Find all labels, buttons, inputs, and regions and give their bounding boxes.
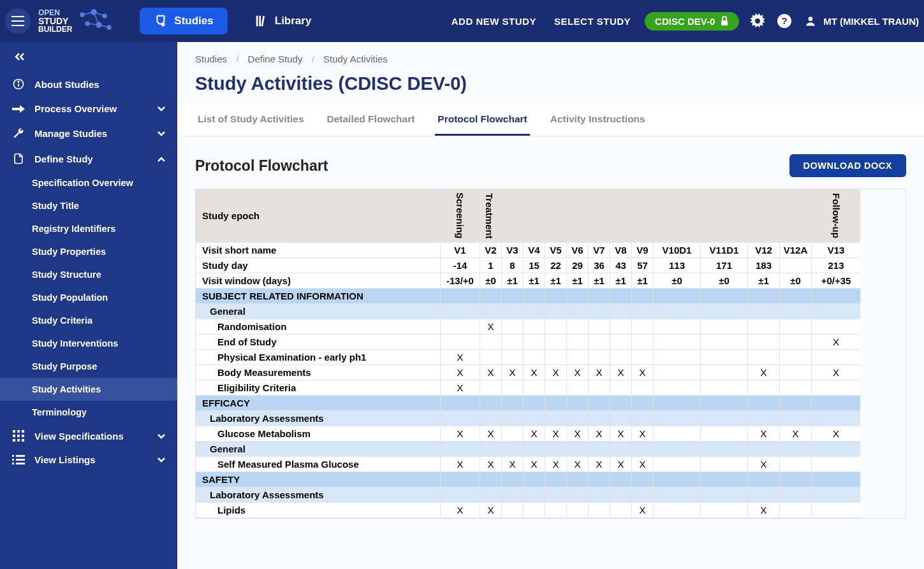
sidebar-item-process[interactable]: Process Overview xyxy=(0,97,177,120)
sidebar-subitem[interactable]: Specification Overview xyxy=(0,171,177,194)
sidebar-subitem[interactable]: Study Purpose xyxy=(0,355,177,378)
table-cell: X xyxy=(780,426,812,442)
table-header-cell: 171 xyxy=(701,258,748,273)
sidebar-item-viewspec[interactable]: View Specifications xyxy=(0,424,177,448)
svg-rect-35 xyxy=(16,455,25,457)
table-cell xyxy=(480,472,502,487)
table-cell: X xyxy=(610,426,632,442)
studies-icon xyxy=(154,14,168,28)
add-new-study-link[interactable]: ADD NEW STUDY xyxy=(451,16,536,27)
sidebar-subitem[interactable]: Terminology xyxy=(0,401,177,424)
table-header-cell: ±1 xyxy=(748,273,780,289)
row-label: Physical Examination - early ph1 xyxy=(196,350,441,365)
library-icon xyxy=(254,14,268,28)
table-cell: X xyxy=(632,426,654,442)
table-cell xyxy=(632,319,654,335)
table-cell: X xyxy=(441,350,480,365)
table-cell xyxy=(589,487,610,503)
table-cell xyxy=(441,319,480,335)
sidebar-subitem[interactable]: Study Structure xyxy=(0,263,177,286)
sidebar-subitem[interactable]: Study Interventions xyxy=(0,332,177,355)
sidebar-subitem[interactable]: Study Criteria xyxy=(0,309,177,332)
table-cell xyxy=(812,503,860,518)
table-cell xyxy=(524,472,545,487)
sidebar-subitem[interactable]: Study Population xyxy=(0,286,177,309)
table-header-cell: V4 xyxy=(524,243,545,258)
menu-button[interactable] xyxy=(5,8,31,34)
sidebar-item-label: About Studies xyxy=(34,79,99,90)
breadcrumb-link[interactable]: Define Study xyxy=(248,54,303,64)
sidebar-item-define[interactable]: Define Study xyxy=(0,146,177,171)
table-cell: X xyxy=(545,426,567,442)
table-cell xyxy=(748,487,780,503)
tab-list-activities[interactable]: List of Study Activities xyxy=(195,104,307,136)
tab-detailed-flowchart[interactable]: Detailed Flowchart xyxy=(325,104,418,136)
day-header-label: Study day xyxy=(196,258,441,273)
help-button[interactable]: ? xyxy=(772,9,796,33)
sidebar-item-about[interactable]: About Studies xyxy=(0,71,177,97)
table-cell xyxy=(502,350,524,365)
table-cell xyxy=(610,396,632,411)
table-cell xyxy=(545,487,567,503)
table-cell xyxy=(524,289,545,304)
table-cell xyxy=(812,304,860,319)
table-cell xyxy=(780,350,812,365)
table-cell xyxy=(654,304,701,319)
table-cell: X xyxy=(610,365,632,380)
table-header-cell: V5 xyxy=(545,243,567,258)
table-cell xyxy=(567,503,589,518)
table-cell xyxy=(589,289,610,304)
table-cell xyxy=(589,319,610,335)
sidebar-subitem[interactable]: Study Title xyxy=(0,194,177,217)
table-header-cell: ±1 xyxy=(632,273,654,289)
epoch-screening: Screening xyxy=(441,189,480,243)
table-cell: X xyxy=(480,365,502,380)
table-cell xyxy=(748,396,780,411)
table-cell xyxy=(780,472,812,487)
select-study-link[interactable]: SELECT STUDY xyxy=(554,16,631,27)
table-cell xyxy=(654,396,701,411)
table-cell xyxy=(632,472,654,487)
table-cell xyxy=(545,472,567,487)
study-badge[interactable]: CDISC DEV-0 xyxy=(645,12,739,31)
table-cell xyxy=(480,396,502,411)
table-cell xyxy=(567,289,589,304)
tab-activity-instructions[interactable]: Activity Instructions xyxy=(548,104,648,136)
table-header-cell: ±1 xyxy=(545,273,567,289)
app-logo[interactable]: OPEN STUDY BUILDER xyxy=(38,8,114,34)
tab-protocol-flowchart[interactable]: Protocol Flowchart xyxy=(435,104,529,136)
table-cell xyxy=(567,396,589,411)
table-cell xyxy=(502,289,524,304)
table-cell xyxy=(654,487,701,503)
sidebar-subitem[interactable]: Study Activities xyxy=(0,378,177,401)
table-cell xyxy=(480,411,502,426)
sidebar-item-viewlist[interactable]: View Listings xyxy=(0,448,177,472)
sidebar-item-manage[interactable]: Manage Studies xyxy=(0,120,177,146)
table-cell xyxy=(567,442,589,457)
table-cell xyxy=(780,442,812,457)
table-cell xyxy=(654,442,701,457)
table-cell xyxy=(654,411,701,426)
table-header-cell: 15 xyxy=(524,258,545,273)
user-menu[interactable]: MT (MIKKEL TRAUN) xyxy=(804,15,919,27)
svg-point-21 xyxy=(809,17,813,21)
sidebar-subitem[interactable]: Study Properties xyxy=(0,240,177,263)
table-cell xyxy=(812,442,860,457)
table-cell xyxy=(812,411,860,426)
table-cell xyxy=(632,442,654,457)
sidebar-subitem[interactable]: Registry Identifiers xyxy=(0,217,177,240)
table-cell xyxy=(610,503,632,518)
nav-library[interactable]: Library xyxy=(240,8,326,34)
table-header-cell: ±1 xyxy=(524,273,545,289)
settings-button[interactable] xyxy=(745,9,770,33)
section-title: Protocol Flowchart xyxy=(195,157,789,175)
table-cell xyxy=(632,289,654,304)
table-cell xyxy=(701,396,748,411)
download-docx-button[interactable]: DOWNLOAD DOCX xyxy=(789,154,906,177)
row-label: Body Measurements xyxy=(196,365,441,380)
nav-studies[interactable]: Studies xyxy=(140,8,227,34)
table-cell xyxy=(812,289,860,304)
table-cell xyxy=(502,396,524,411)
sidebar-collapse-button[interactable] xyxy=(0,48,177,71)
breadcrumb-link[interactable]: Studies xyxy=(195,54,227,64)
